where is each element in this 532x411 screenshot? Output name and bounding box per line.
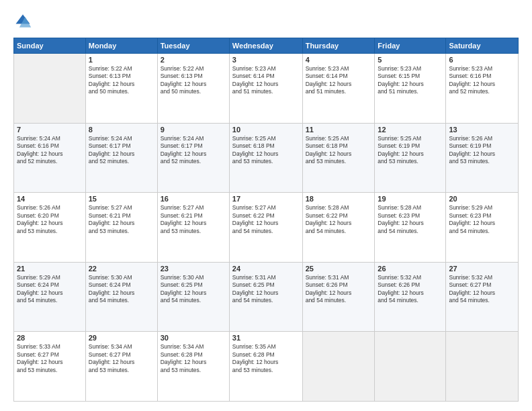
calendar-week-row: 7Sunrise: 5:24 AM Sunset: 6:16 PM Daylig… bbox=[14, 123, 519, 193]
calendar-cell bbox=[302, 332, 375, 402]
day-info: Sunrise: 5:23 AM Sunset: 6:14 PM Dayligh… bbox=[306, 65, 372, 96]
day-number: 21 bbox=[17, 265, 83, 273]
calendar-cell: 3Sunrise: 5:23 AM Sunset: 6:14 PM Daylig… bbox=[229, 54, 302, 124]
calendar-week-row: 28Sunrise: 5:33 AM Sunset: 6:27 PM Dayli… bbox=[14, 332, 519, 402]
day-info: Sunrise: 5:25 AM Sunset: 6:18 PM Dayligh… bbox=[232, 135, 300, 166]
calendar-cell: 15Sunrise: 5:27 AM Sunset: 6:21 PM Dayli… bbox=[85, 193, 157, 263]
calendar-cell: 9Sunrise: 5:24 AM Sunset: 6:17 PM Daylig… bbox=[157, 123, 229, 193]
day-info: Sunrise: 5:23 AM Sunset: 6:16 PM Dayligh… bbox=[449, 65, 515, 96]
calendar-cell bbox=[14, 54, 86, 124]
day-number: 20 bbox=[449, 195, 515, 203]
calendar-cell: 30Sunrise: 5:34 AM Sunset: 6:28 PM Dayli… bbox=[157, 332, 229, 402]
day-number: 13 bbox=[449, 126, 515, 134]
day-number: 17 bbox=[232, 195, 300, 203]
day-number: 5 bbox=[378, 56, 443, 64]
weekday-header-tuesday: Tuesday bbox=[157, 38, 229, 54]
day-info: Sunrise: 5:22 AM Sunset: 6:13 PM Dayligh… bbox=[89, 65, 154, 96]
calendar-cell: 24Sunrise: 5:31 AM Sunset: 6:25 PM Dayli… bbox=[229, 262, 302, 332]
day-info: Sunrise: 5:25 AM Sunset: 6:18 PM Dayligh… bbox=[306, 135, 372, 166]
calendar-cell: 21Sunrise: 5:29 AM Sunset: 6:24 PM Dayli… bbox=[14, 262, 86, 332]
day-info: Sunrise: 5:34 AM Sunset: 6:27 PM Dayligh… bbox=[89, 343, 154, 374]
day-number: 23 bbox=[161, 265, 226, 273]
day-info: Sunrise: 5:32 AM Sunset: 6:26 PM Dayligh… bbox=[378, 274, 443, 305]
calendar-table: SundayMondayTuesdayWednesdayThursdayFrid… bbox=[13, 38, 519, 402]
calendar-cell bbox=[375, 332, 446, 402]
day-number: 31 bbox=[232, 334, 300, 342]
day-info: Sunrise: 5:30 AM Sunset: 6:24 PM Dayligh… bbox=[89, 274, 154, 305]
weekday-header-monday: Monday bbox=[85, 38, 157, 54]
calendar-cell: 4Sunrise: 5:23 AM Sunset: 6:14 PM Daylig… bbox=[302, 54, 375, 124]
weekday-header-friday: Friday bbox=[375, 38, 446, 54]
calendar-cell: 12Sunrise: 5:25 AM Sunset: 6:19 PM Dayli… bbox=[375, 123, 446, 193]
logo-icon bbox=[13, 12, 32, 31]
calendar-cell: 25Sunrise: 5:31 AM Sunset: 6:26 PM Dayli… bbox=[302, 262, 375, 332]
day-info: Sunrise: 5:23 AM Sunset: 6:15 PM Dayligh… bbox=[378, 65, 443, 96]
day-number: 11 bbox=[306, 126, 372, 134]
day-number: 10 bbox=[232, 126, 300, 134]
day-number: 29 bbox=[89, 334, 154, 342]
weekday-header-sunday: Sunday bbox=[14, 38, 86, 54]
day-number: 6 bbox=[449, 56, 515, 64]
day-info: Sunrise: 5:34 AM Sunset: 6:28 PM Dayligh… bbox=[161, 343, 226, 374]
day-number: 28 bbox=[17, 334, 83, 342]
weekday-header-wednesday: Wednesday bbox=[229, 38, 302, 54]
day-number: 15 bbox=[89, 195, 154, 203]
day-info: Sunrise: 5:29 AM Sunset: 6:24 PM Dayligh… bbox=[17, 274, 83, 305]
day-info: Sunrise: 5:27 AM Sunset: 6:22 PM Dayligh… bbox=[232, 204, 300, 235]
day-info: Sunrise: 5:31 AM Sunset: 6:26 PM Dayligh… bbox=[306, 274, 372, 305]
day-info: Sunrise: 5:24 AM Sunset: 6:16 PM Dayligh… bbox=[17, 135, 83, 166]
day-info: Sunrise: 5:32 AM Sunset: 6:27 PM Dayligh… bbox=[449, 274, 515, 305]
calendar-cell: 14Sunrise: 5:26 AM Sunset: 6:20 PM Dayli… bbox=[14, 193, 86, 263]
day-number: 8 bbox=[89, 126, 154, 134]
day-number: 19 bbox=[378, 195, 443, 203]
calendar-cell: 29Sunrise: 5:34 AM Sunset: 6:27 PM Dayli… bbox=[85, 332, 157, 402]
calendar-cell: 19Sunrise: 5:28 AM Sunset: 6:23 PM Dayli… bbox=[375, 193, 446, 263]
day-info: Sunrise: 5:31 AM Sunset: 6:25 PM Dayligh… bbox=[232, 274, 300, 305]
day-number: 4 bbox=[306, 56, 372, 64]
day-info: Sunrise: 5:29 AM Sunset: 6:23 PM Dayligh… bbox=[449, 204, 515, 235]
calendar-cell: 28Sunrise: 5:33 AM Sunset: 6:27 PM Dayli… bbox=[14, 332, 86, 402]
day-number: 22 bbox=[89, 265, 154, 273]
calendar-cell bbox=[446, 332, 519, 402]
day-number: 3 bbox=[232, 56, 300, 64]
day-info: Sunrise: 5:33 AM Sunset: 6:27 PM Dayligh… bbox=[17, 343, 83, 374]
day-info: Sunrise: 5:27 AM Sunset: 6:21 PM Dayligh… bbox=[89, 204, 154, 235]
logo bbox=[13, 12, 35, 31]
calendar-cell: 16Sunrise: 5:27 AM Sunset: 6:21 PM Dayli… bbox=[157, 193, 229, 263]
weekday-header-thursday: Thursday bbox=[302, 38, 375, 54]
calendar-cell: 1Sunrise: 5:22 AM Sunset: 6:13 PM Daylig… bbox=[85, 54, 157, 124]
day-number: 30 bbox=[161, 334, 226, 342]
day-number: 14 bbox=[17, 195, 83, 203]
calendar-cell: 5Sunrise: 5:23 AM Sunset: 6:15 PM Daylig… bbox=[375, 54, 446, 124]
day-info: Sunrise: 5:28 AM Sunset: 6:22 PM Dayligh… bbox=[306, 204, 372, 235]
day-number: 2 bbox=[161, 56, 226, 64]
calendar-cell: 20Sunrise: 5:29 AM Sunset: 6:23 PM Dayli… bbox=[446, 193, 519, 263]
day-info: Sunrise: 5:35 AM Sunset: 6:28 PM Dayligh… bbox=[232, 343, 300, 374]
weekday-header-row: SundayMondayTuesdayWednesdayThursdayFrid… bbox=[14, 38, 519, 54]
day-number: 9 bbox=[161, 126, 226, 134]
calendar-cell: 13Sunrise: 5:26 AM Sunset: 6:19 PM Dayli… bbox=[446, 123, 519, 193]
calendar-week-row: 21Sunrise: 5:29 AM Sunset: 6:24 PM Dayli… bbox=[14, 262, 519, 332]
day-number: 18 bbox=[306, 195, 372, 203]
day-info: Sunrise: 5:24 AM Sunset: 6:17 PM Dayligh… bbox=[89, 135, 154, 166]
calendar-cell: 22Sunrise: 5:30 AM Sunset: 6:24 PM Dayli… bbox=[85, 262, 157, 332]
day-number: 7 bbox=[17, 126, 83, 134]
calendar-cell: 6Sunrise: 5:23 AM Sunset: 6:16 PM Daylig… bbox=[446, 54, 519, 124]
weekday-header-saturday: Saturday bbox=[446, 38, 519, 54]
page: SundayMondayTuesdayWednesdayThursdayFrid… bbox=[0, 0, 532, 411]
day-number: 26 bbox=[378, 265, 443, 273]
day-info: Sunrise: 5:22 AM Sunset: 6:13 PM Dayligh… bbox=[161, 65, 226, 96]
day-number: 24 bbox=[232, 265, 300, 273]
day-info: Sunrise: 5:27 AM Sunset: 6:21 PM Dayligh… bbox=[161, 204, 226, 235]
calendar-cell: 17Sunrise: 5:27 AM Sunset: 6:22 PM Dayli… bbox=[229, 193, 302, 263]
calendar-cell: 27Sunrise: 5:32 AM Sunset: 6:27 PM Dayli… bbox=[446, 262, 519, 332]
day-info: Sunrise: 5:23 AM Sunset: 6:14 PM Dayligh… bbox=[232, 65, 300, 96]
calendar-cell: 18Sunrise: 5:28 AM Sunset: 6:22 PM Dayli… bbox=[302, 193, 375, 263]
day-info: Sunrise: 5:30 AM Sunset: 6:25 PM Dayligh… bbox=[161, 274, 226, 305]
day-info: Sunrise: 5:24 AM Sunset: 6:17 PM Dayligh… bbox=[161, 135, 226, 166]
day-info: Sunrise: 5:26 AM Sunset: 6:19 PM Dayligh… bbox=[449, 135, 515, 166]
day-info: Sunrise: 5:25 AM Sunset: 6:19 PM Dayligh… bbox=[378, 135, 443, 166]
calendar-cell: 2Sunrise: 5:22 AM Sunset: 6:13 PM Daylig… bbox=[157, 54, 229, 124]
day-info: Sunrise: 5:26 AM Sunset: 6:20 PM Dayligh… bbox=[17, 204, 83, 235]
calendar-cell: 26Sunrise: 5:32 AM Sunset: 6:26 PM Dayli… bbox=[375, 262, 446, 332]
